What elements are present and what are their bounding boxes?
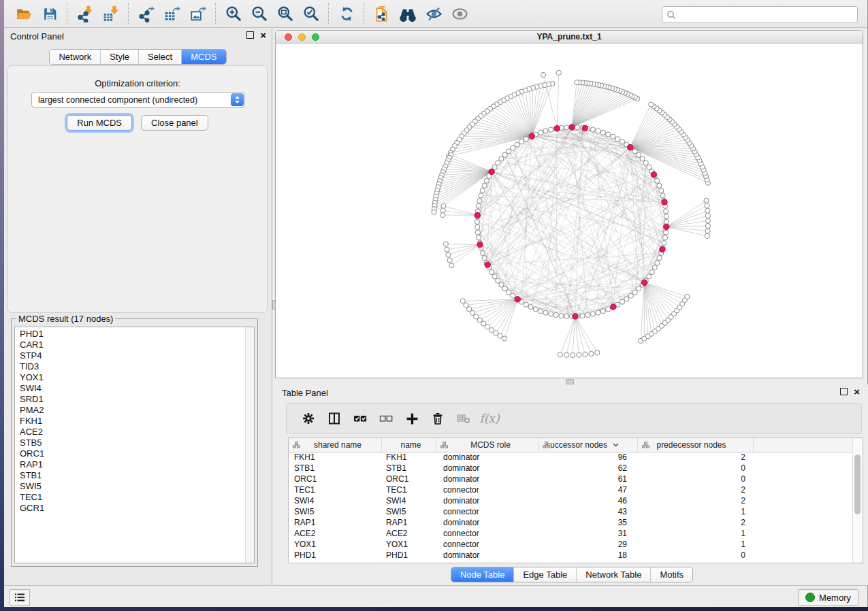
mcds-result-item[interactable]: FKH1: [20, 416, 254, 427]
graph-node[interactable]: [655, 178, 660, 183]
network-titlebar[interactable]: YPA_prune.txt_1: [276, 31, 863, 44]
refresh-icon[interactable]: [334, 2, 359, 25]
graph-leaf-node[interactable]: [649, 102, 654, 107]
graph-node[interactable]: [647, 274, 652, 279]
graph-node[interactable]: [606, 132, 611, 137]
graph-node[interactable]: [632, 149, 637, 154]
mcds-result-item[interactable]: ACE2: [20, 427, 254, 437]
close-panel-icon[interactable]: ×: [260, 31, 266, 39]
column-header-MCDS-role[interactable]: MCDS role: [436, 438, 539, 452]
graph-node[interactable]: [507, 290, 511, 295]
graph-node[interactable]: [657, 256, 662, 261]
graph-mcds-hub-node[interactable]: [573, 314, 578, 319]
graph-node[interactable]: [492, 274, 497, 279]
graph-leaf-node[interactable]: [705, 208, 710, 213]
hide-eye-icon[interactable]: [421, 2, 447, 25]
save-floppy-icon[interactable]: [37, 2, 63, 25]
graph-node[interactable]: [477, 199, 482, 203]
graph-leaf-node[interactable]: [446, 252, 451, 257]
graph-mcds-hub-node[interactable]: [582, 125, 588, 131]
table-tab-network-table[interactable]: Network Table: [576, 567, 650, 582]
graph-node[interactable]: [559, 314, 564, 318]
table-row[interactable]: ORC1ORC1dominator610: [289, 474, 853, 484]
memory-button[interactable]: Memory: [798, 589, 858, 606]
graph-leaf-node[interactable]: [449, 263, 454, 268]
graph-node[interactable]: [620, 139, 624, 144]
cytopanel-menu-button[interactable]: [10, 589, 30, 606]
graph-node[interactable]: [637, 152, 641, 157]
graph-node[interactable]: [543, 310, 548, 315]
table-row[interactable]: STB1STB1dominator620: [289, 463, 853, 474]
mcds-list-scrollbar[interactable]: [245, 327, 254, 563]
node-table[interactable]: shared namenameMCDS rolesuccessor nodesp…: [288, 437, 863, 563]
graph-leaf-node[interactable]: [705, 229, 710, 233]
column-header-name[interactable]: name: [382, 438, 436, 452]
graph-node[interactable]: [664, 219, 669, 224]
zoom-in-icon[interactable]: [221, 2, 246, 25]
column-header-shared-name[interactable]: shared name: [289, 438, 382, 452]
search-field[interactable]: [662, 6, 858, 23]
graph-leaf-node[interactable]: [705, 218, 710, 223]
import-table-icon[interactable]: [98, 2, 124, 25]
document-network-icon[interactable]: [369, 2, 395, 25]
delete-column-trash-icon[interactable]: [428, 409, 447, 428]
export-image-icon[interactable]: [185, 2, 211, 25]
graph-node[interactable]: [539, 130, 543, 135]
table-row[interactable]: RAP1RAP1dominator352: [289, 517, 853, 528]
zoom-out-icon[interactable]: [246, 2, 272, 25]
graph-mcds-hub-node[interactable]: [477, 242, 483, 247]
zoom-check-icon[interactable]: [298, 2, 324, 25]
graph-leaf-node[interactable]: [577, 352, 581, 357]
graph-leaf-node[interactable]: [589, 351, 594, 356]
mcds-result-item[interactable]: CAR1: [20, 340, 254, 350]
graph-leaf-node[interactable]: [704, 198, 709, 203]
column-header-predecessor-nodes[interactable]: predecessor nodes: [638, 438, 754, 452]
graph-node[interactable]: [580, 314, 585, 318]
select-all-icon[interactable]: [351, 409, 370, 428]
graph-node[interactable]: [502, 286, 507, 291]
table-scrollbar[interactable]: [852, 438, 863, 563]
graph-leaf-node[interactable]: [705, 203, 709, 208]
mcds-result-item[interactable]: PMA2: [20, 405, 254, 416]
graph-leaf-node[interactable]: [432, 210, 436, 214]
graph-mcds-hub-node[interactable]: [554, 126, 560, 131]
graph-node[interactable]: [496, 278, 500, 283]
criterion-select[interactable]: largest connected component (undirected): [31, 92, 245, 108]
open-folder-icon[interactable]: [11, 2, 37, 25]
graph-node[interactable]: [539, 309, 543, 314]
zoom-fit-icon[interactable]: [272, 2, 298, 25]
graph-node[interactable]: [643, 161, 648, 165]
mcds-result-item[interactable]: RAP1: [20, 459, 254, 470]
graph-mcds-hub-node[interactable]: [529, 133, 534, 139]
graph-node[interactable]: [632, 290, 637, 295]
table-row[interactable]: FKH1FKH1dominator962: [289, 452, 853, 463]
function-builder-icon[interactable]: f(x): [480, 409, 499, 428]
mcds-result-item[interactable]: SWI5: [20, 481, 254, 492]
graph-node[interactable]: [496, 161, 500, 165]
graph-node[interactable]: [640, 156, 645, 161]
table-tab-motifs[interactable]: Motifs: [650, 567, 692, 582]
graph-node[interactable]: [543, 129, 548, 133]
graph-mcds-hub-node[interactable]: [515, 297, 520, 302]
graph-leaf-node[interactable]: [498, 333, 502, 338]
table-row[interactable]: SWI4SWI4dominator462: [289, 495, 853, 506]
search-input[interactable]: [679, 10, 857, 20]
graph-leaf-node[interactable]: [558, 352, 562, 357]
binoculars-icon[interactable]: [395, 2, 421, 25]
graph-node[interactable]: [664, 214, 669, 219]
show-columns-icon[interactable]: [325, 409, 344, 428]
graph-node[interactable]: [507, 149, 511, 154]
graph-mcds-hub-node[interactable]: [664, 224, 669, 229]
export-network-icon[interactable]: [133, 2, 159, 25]
table-row[interactable]: PHD1PHD1dominator180: [289, 550, 853, 561]
graph-node[interactable]: [519, 139, 524, 144]
graph-mcds-hub-node[interactable]: [489, 169, 494, 174]
splitter-grip[interactable]: [566, 379, 574, 384]
column-header-successor-nodes[interactable]: successor nodes: [539, 438, 638, 452]
graph-node[interactable]: [660, 193, 665, 198]
graph-node[interactable]: [484, 178, 489, 183]
graph-node[interactable]: [511, 293, 515, 298]
graph-node[interactable]: [524, 302, 528, 307]
graph-node[interactable]: [596, 310, 600, 315]
graph-mcds-hub-node[interactable]: [627, 144, 632, 150]
